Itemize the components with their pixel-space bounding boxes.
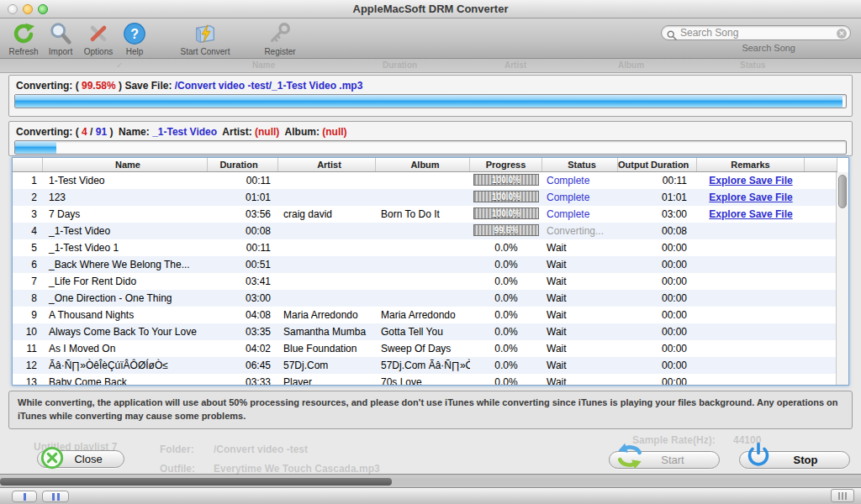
search-clear-icon[interactable]: ✕ [837,29,847,39]
track-name: _1-Test Video [152,126,217,138]
file-progress-box: Converting: ( 99.58% ) Save File: /Conve… [8,75,853,117]
search-field[interactable]: ✕ [661,25,851,40]
table-row[interactable]: 11As I Moved On04:02Blue FoundationSweep… [13,340,837,357]
file-progress-fill [15,95,843,108]
vertical-scrollbar-thumb[interactable] [838,175,847,208]
register-button[interactable]: Register [251,21,309,56]
pause-bars-icon [57,493,60,501]
track-progress-bar [14,140,847,155]
toolbar: Refresh Import Options ? Help [0,18,861,59]
explore-save-file-link[interactable]: Explore Save File [709,208,792,220]
table-row[interactable]: 37 Days03:56craig davidBorn To Do It100.… [13,206,837,223]
pause-bars-icon [52,493,55,501]
ghost-folder-label: Folder: [160,444,194,455]
single-bar-icon [24,493,26,501]
stop-power-icon [745,442,772,472]
file-progress-bar [14,94,847,108]
search-input[interactable] [680,27,832,39]
window-title: AppleMacSoft DRM Converter [0,0,861,18]
start-convert-label: Start Convert [173,47,237,56]
file-progress-percent: 99.58% [82,80,116,92]
explore-save-file-link[interactable]: Explore Save File [709,192,792,203]
start-icon [615,441,645,475]
import-label: Import [44,47,77,56]
table-row[interactable]: 10Always Come Back To Your Love03:35Sama… [13,323,837,340]
ghost-outfile-value: Everytime We Touch Cascada.mp3 [214,463,380,475]
play-marker-button[interactable] [12,491,37,502]
table-row[interactable]: 4_1-Test Video00:0899.6%Converting...00:… [13,223,837,239]
converter-sheet: Converting: ( 99.58% ) Save File: /Conve… [0,72,861,475]
table-row[interactable]: 8_One Direction - One Thing03:000.0%Wait… [13,290,837,307]
register-icon [251,21,309,47]
vertical-scrollbar[interactable] [836,172,848,385]
help-label: Help [118,47,151,56]
row-progress-bar: 99.6% [473,224,539,236]
track-total: 91 [96,126,107,138]
ghost-outfile-label: Outfile: [160,463,195,475]
options-button[interactable]: Options [79,21,118,56]
svg-text:?: ? [130,27,139,41]
save-file-path: /Convert video -test/_1-Test Video .mp3 [175,80,363,92]
bottom-bar [0,487,861,504]
column-header[interactable]: Album [376,158,470,171]
refresh-icon [3,21,44,47]
import-button[interactable]: Import [44,21,77,56]
pause-marker-button[interactable] [42,491,69,502]
track-album: (null) [322,126,346,138]
column-header[interactable]: Duration [208,158,278,171]
song-table: NameDurationArtistAlbumProgressStatusOut… [12,157,849,386]
table-row[interactable]: 12Ãâ·Ñ∏»ÒêÎèÇúïÂÔØÍøÒ≤06:4557Dj.Com57Dj.… [13,357,837,374]
row-progress-bar: 100.0% [473,174,539,186]
table-row[interactable]: 13Baby Come Back03:33Player70s Love0.0%W… [13,374,837,386]
title-bar[interactable]: AppleMacSoft DRM Converter [0,0,861,18]
help-icon: ? [118,21,151,47]
import-icon [44,21,77,47]
table-header: NameDurationArtistAlbumProgressStatusOut… [13,158,837,172]
horizontal-scrollbar-thumb[interactable] [0,478,392,486]
track-artist: (null) [255,126,279,138]
ghost-folder-value: /Convert video -test [214,444,308,455]
options-icon [79,21,118,47]
help-button[interactable]: ? Help [118,21,151,56]
column-header[interactable]: Remarks [697,158,805,171]
search-icon [667,29,677,44]
file-progress-text: Converting: ( 99.58% ) Save File: /Conve… [9,76,852,94]
table-row[interactable]: 212301:01100.0%Complete01:01Explore Save… [13,189,837,206]
column-header[interactable]: Status [542,158,618,171]
start-convert-button[interactable]: Start Convert [173,21,237,56]
column-header[interactable]: Name [43,158,208,171]
table-row[interactable]: 11-Test Video00:11100.0%Complete00:11Exp… [13,172,837,189]
track-progress-fill [15,141,56,154]
track-progress-text: Converting: ( 4 / 91 ) Name: _1-Test Vid… [9,122,852,140]
refresh-button[interactable]: Refresh [3,21,44,56]
column-header[interactable]: Progress [470,158,542,171]
itunes-notice: While converting, the application will u… [8,391,853,429]
column-header[interactable]: Output Duration [618,158,697,171]
track-progress-box: Converting: ( 4 / 91 ) Name: _1-Test Vid… [8,121,853,156]
options-label: Options [79,47,118,56]
table-row[interactable]: 5_1-Test Video 100:110.0%Wait00:00 [13,239,837,256]
horizontal-scrollbar[interactable] [0,478,861,486]
row-progress-bar: 100.0% [473,207,539,219]
row-progress-bar: 100.0% [473,191,539,202]
table-row[interactable]: 9A Thousand Nights04:08Maria ArredondoMa… [13,307,837,323]
start-convert-icon [173,21,237,47]
refresh-label: Refresh [3,47,44,56]
search-song-label: Search Song [742,43,795,53]
column-header[interactable] [13,158,43,171]
resize-grip[interactable] [831,489,854,502]
track-current: 4 [82,126,87,138]
table-body: 11-Test Video00:11100.0%Complete00:11Exp… [13,172,837,386]
dimmed-background-header: ✓NameDurationArtistAlbumStatus [0,59,861,72]
register-label: Register [251,47,309,56]
close-icon [40,445,65,474]
column-header[interactable] [805,158,837,171]
explore-save-file-link[interactable]: Explore Save File [709,175,792,186]
column-header[interactable]: Artist [278,158,376,171]
table-row[interactable]: 6_Back Where We Belong The...00:510.0%Wa… [13,256,837,273]
table-row[interactable]: 7_Life For Rent Dido03:410.0%Wait00:00 [13,273,837,290]
